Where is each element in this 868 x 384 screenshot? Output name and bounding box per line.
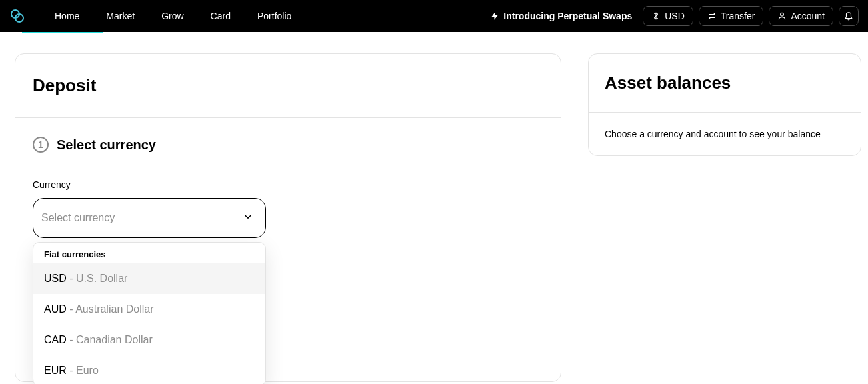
nav-home[interactable]: Home [41, 0, 93, 32]
currency-button[interactable]: USD [643, 6, 693, 26]
deposit-card: Deposit 1 Select currency Currency Selec… [15, 53, 561, 382]
transfer-button[interactable]: Transfer [699, 6, 764, 26]
deposit-card-body: 1 Select currency Currency Select curren… [15, 118, 561, 257]
transfer-icon [707, 11, 717, 21]
notifications-button[interactable] [839, 6, 859, 26]
transfer-button-label: Transfer [721, 11, 755, 21]
step-number-icon: 1 [33, 137, 49, 153]
currency-field-label: Currency [33, 179, 543, 190]
svg-point-2 [781, 13, 784, 16]
promo-text: Introducing Perpetual Swaps [503, 11, 632, 21]
deposit-title: Deposit [33, 75, 543, 96]
main-nav: Home Market Grow Card Portfolio [41, 0, 305, 32]
dropdown-group-label: Fiat currencies [33, 243, 265, 263]
nav-market[interactable]: Market [93, 0, 148, 32]
dropdown-item-name: Australian Dollar [75, 303, 153, 315]
asset-balances-card: Asset balances Choose a currency and acc… [588, 53, 861, 156]
step-number: 1 [38, 139, 43, 150]
dropdown-item-eur[interactable]: EUR - Euro [33, 355, 265, 384]
dropdown-item-name: Canadian Dollar [76, 334, 153, 345]
currency-button-label: USD [665, 11, 685, 21]
account-button-label: Account [791, 11, 825, 21]
dropdown-item-sep: - [69, 303, 75, 315]
account-button[interactable]: Account [769, 6, 833, 26]
asset-balances-header: Asset balances [589, 54, 861, 112]
nav-grow[interactable]: Grow [148, 0, 197, 32]
currency-select-placeholder: Select currency [41, 212, 115, 224]
brand-logo-icon[interactable] [9, 8, 25, 24]
step-header: 1 Select currency [33, 137, 543, 153]
header-right: Introducing Perpetual Swaps USD Transfer… [490, 6, 859, 26]
deposit-card-header: Deposit [15, 54, 561, 117]
dropdown-item-cad[interactable]: CAD - Canadian Dollar [33, 325, 265, 355]
header: Home Market Grow Card Portfolio Introduc… [0, 0, 868, 32]
step-title: Select currency [57, 137, 156, 153]
dropdown-item-aud[interactable]: AUD - Australian Dollar [33, 294, 265, 325]
dollar-icon [651, 11, 661, 21]
dropdown-item-name: Euro [76, 365, 99, 376]
currency-dropdown: Fiat currencies USD - U.S. Dollar AUD - … [33, 242, 266, 384]
dropdown-item-code: CAD [44, 334, 67, 345]
lightning-icon [490, 11, 499, 21]
main-content: Deposit 1 Select currency Currency Selec… [0, 32, 868, 382]
asset-balances-title: Asset balances [605, 73, 845, 93]
promo-link[interactable]: Introducing Perpetual Swaps [490, 11, 632, 21]
user-icon [777, 11, 787, 21]
dropdown-item-sep: - [69, 334, 76, 345]
bell-icon [844, 11, 853, 21]
dropdown-item-sep: - [69, 273, 76, 284]
dropdown-item-usd[interactable]: USD - U.S. Dollar [33, 263, 265, 294]
currency-dropdown-list[interactable]: Fiat currencies USD - U.S. Dollar AUD - … [33, 243, 265, 384]
dropdown-item-name: U.S. Dollar [76, 273, 127, 284]
active-tab-underline [22, 32, 103, 33]
nav-card[interactable]: Card [197, 0, 244, 32]
header-left: Home Market Grow Card Portfolio [9, 0, 305, 32]
asset-balances-body: Choose a currency and account to see you… [589, 113, 861, 155]
asset-balances-empty-text: Choose a currency and account to see you… [605, 129, 845, 139]
currency-select-wrap: Select currency Fiat currencies USD - U.… [33, 198, 266, 238]
dropdown-item-sep: - [69, 365, 76, 376]
nav-portfolio[interactable]: Portfolio [244, 0, 305, 32]
currency-select[interactable]: Select currency [33, 198, 266, 238]
dropdown-item-code: USD [44, 273, 67, 284]
dropdown-item-code: EUR [44, 365, 67, 376]
dropdown-item-code: AUD [44, 303, 67, 315]
